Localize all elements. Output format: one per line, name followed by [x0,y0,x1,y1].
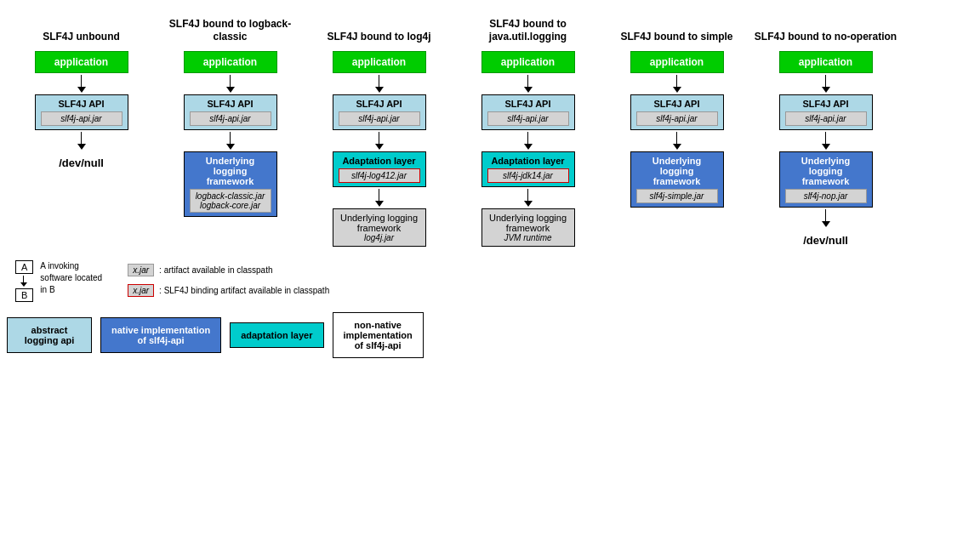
col-simple: SLF4J bound to simple application SLF4J … [602,9,751,208]
invoke-box-b: B [15,288,33,302]
app-box-javautil: application [481,51,575,73]
invoke-text: A invokingsoftware locatedin B [40,260,102,296]
jar-label-binding: x.jar [128,284,154,297]
api-box-simple: SLF4J API slf4j-api.jar [630,94,724,130]
devnull-noop: /dev/null [803,234,848,247]
arrow-log4j-3 [375,189,384,207]
arrow-noop-2 [822,132,830,150]
arrow-simple-2 [673,132,681,150]
arrow-noop-1 [822,75,830,93]
arrow-log4j-2 [375,132,384,150]
arrow-logback-1 [226,75,235,93]
jar-legends: x.jar : artifact available in classpath … [128,260,329,297]
invoke-legend: A B A invokingsoftware locatedin B [15,260,102,302]
bottom-legend: abstractlogging api native implementatio… [7,312,973,358]
legend-adaptation: adaptation layer [230,322,323,348]
col-unbound: SLF4J unbound application SLF4J API slf4… [7,9,156,174]
app-box-logback: application [184,51,277,73]
underlying-box-logback: Underlying logging framework logback-cla… [184,151,277,217]
arrow-log4j-1 [375,75,384,93]
col-logback: SLF4J bound to logback-classic applicati… [156,9,305,217]
legend-nonnative: non-nativeimplementationof slf4j-api [333,312,424,358]
gray-box-log4j: Underlying logging framework log4j.jar [333,208,426,247]
col-log4j: SLF4J bound to log4j application SLF4J A… [305,9,453,247]
arrow-noop-3 [822,209,830,227]
arrow-unbound-1 [77,75,86,93]
adaptation-box-javautil: Adaptation layer slf4j-jdk14.jar [481,151,575,187]
arrow-simple-1 [673,75,681,93]
col-title-unbound: SLF4J unbound [43,9,120,44]
arrow-line [81,75,82,87]
col-title-logback: SLF4J bound to logback-classic [156,9,305,44]
app-box-log4j: application [333,51,426,73]
arrow-logback-2 [226,132,235,150]
col-title-javautil: SLF4J bound to java.util.logging [453,9,602,44]
jar-label-normal: x.jar [128,264,154,276]
arrow-javautil-1 [524,75,533,93]
underlying-box-simple: Underlying logging framework slf4j-simpl… [630,151,724,208]
invoke-diagram: A B [15,260,33,302]
col-title-simple: SLF4J bound to simple [620,9,732,44]
jar-desc-binding: : SLF4J binding artifact available in cl… [159,286,329,295]
app-box-simple: application [630,51,724,73]
arrow-unbound-2 [77,132,86,150]
col-noop: SLF4J bound to no-operation application … [751,9,900,252]
col-title-noop: SLF4J bound to no-operation [755,9,897,44]
arrow-javautil-2 [524,132,533,150]
devnull-unbound: /dev/null [59,157,104,169]
api-box-log4j: SLF4J API slf4j-api.jar [333,94,426,130]
legend-abstract: abstractlogging api [7,317,92,353]
legend-native: native implementationof slf4j-api [100,317,221,353]
api-box-logback: SLF4J API slf4j-api.jar [184,94,277,130]
arrow-javautil-3 [524,189,533,207]
gray-box-javautil: Underlying logging framework JVM runtime [481,208,575,247]
underlying-box-noop: Underlying logging framework slf4j-nop.j… [779,151,873,208]
api-box-noop: SLF4J API slf4j-api.jar [779,94,873,130]
jar-legend-binding: x.jar : SLF4J binding artifact available… [128,284,329,297]
adaptation-box-log4j: Adaptation layer slf4j-log412.jar [333,151,426,187]
arrow-head [77,144,86,150]
arrow-line [81,132,82,144]
main-container: SLF4J unbound application SLF4J API slf4… [0,0,980,367]
invoke-box-a: A [15,260,33,274]
col-title-log4j: SLF4J bound to log4j [328,9,431,44]
app-box-unbound: application [35,51,128,73]
jar-legend-normal: x.jar : artifact available in classpath [128,264,329,276]
arrow-head [77,87,86,93]
columns-row: SLF4J unbound application SLF4J API slf4… [7,9,973,252]
api-box-unbound: SLF4J API slf4j-api.jar [35,94,128,130]
jar-desc-normal: : artifact available in classpath [159,265,272,275]
api-box-javautil: SLF4J API slf4j-api.jar [481,94,575,130]
col-javautil: SLF4J bound to java.util.logging applica… [453,9,602,247]
app-box-noop: application [779,51,873,73]
